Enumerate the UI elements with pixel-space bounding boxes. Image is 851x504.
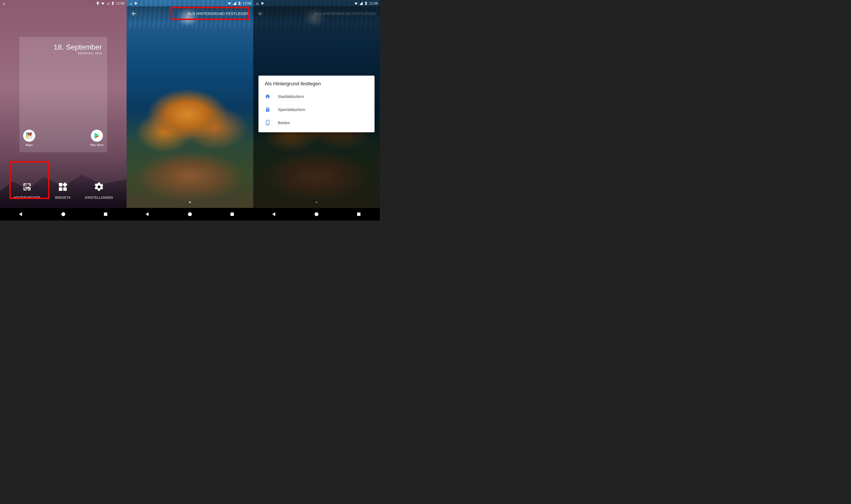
nav-recent[interactable] bbox=[103, 211, 108, 217]
navigation-bar bbox=[253, 208, 380, 220]
svg-point-9 bbox=[61, 212, 66, 216]
nav-home[interactable] bbox=[314, 211, 319, 217]
svg-rect-5 bbox=[59, 183, 62, 186]
app-maps-label: Maps bbox=[26, 143, 33, 146]
option-settings-label: EINSTELLUNGEN bbox=[85, 196, 113, 199]
screen-wallpaper-preview: 11:56 ALS HINTERGRUND FESTLEGEN bbox=[127, 0, 253, 220]
nav-home[interactable] bbox=[187, 211, 193, 217]
download-icon bbox=[129, 1, 132, 5]
svg-rect-8 bbox=[63, 182, 68, 187]
appbar-set-wallpaper-button[interactable]: ALS HINTERGRUND FESTLEGEN bbox=[188, 12, 249, 16]
wallpapers-icon bbox=[21, 181, 33, 193]
nav-back[interactable] bbox=[271, 211, 277, 217]
svg-rect-12 bbox=[230, 213, 234, 216]
status-bar: 11:56 bbox=[127, 0, 253, 6]
battery-charging-icon bbox=[364, 1, 368, 5]
svg-rect-7 bbox=[63, 187, 67, 191]
option-widgets-label: WIDGETS bbox=[55, 196, 71, 199]
svg-point-15 bbox=[315, 212, 319, 216]
expand-up-button[interactable] bbox=[187, 199, 193, 205]
back-button[interactable] bbox=[258, 11, 264, 17]
set-wallpaper-dialog: Als Hintergrund festlegen Startbildschir… bbox=[259, 76, 375, 132]
download-icon bbox=[255, 1, 259, 5]
svg-text:G: G bbox=[26, 133, 28, 135]
navigation-bar bbox=[127, 208, 253, 220]
nav-recent[interactable] bbox=[229, 211, 235, 217]
location-icon bbox=[96, 1, 100, 5]
wallpaper-reef bbox=[127, 0, 253, 220]
widget-subdate: DIENSTAG, 2018 bbox=[25, 52, 102, 55]
dialog-option-both-label: Beides bbox=[278, 121, 290, 125]
app-bar: ALS HINTERGRUND FESTLEGEN bbox=[127, 6, 253, 21]
status-bar: 11:50 bbox=[0, 0, 127, 6]
nav-recent[interactable] bbox=[356, 211, 362, 217]
wifi-icon bbox=[228, 1, 231, 5]
dialog-option-home-label: Startbildschirm bbox=[278, 94, 304, 99]
home-icon bbox=[265, 93, 270, 99]
expand-up-button[interactable] bbox=[313, 199, 320, 205]
signal-icon bbox=[359, 1, 363, 5]
nav-home[interactable] bbox=[60, 211, 66, 217]
screen-home-launcher: 11:50 18. September DIENSTAG, 2018 bbox=[0, 0, 127, 220]
battery-charging-icon bbox=[237, 1, 242, 5]
dialog-option-lock-label: Sperrbildschirm bbox=[278, 107, 305, 112]
wifi-icon bbox=[354, 1, 358, 5]
option-settings[interactable]: EINSTELLUNGEN bbox=[85, 181, 113, 199]
launcher-options-row: HINTERGRÜNDE WIDGETS EINSTELLUNGEN bbox=[0, 181, 127, 199]
download-icon bbox=[2, 1, 6, 5]
status-time: 11:56 bbox=[243, 1, 251, 5]
signal-icon bbox=[106, 1, 110, 5]
signal-icon bbox=[232, 1, 236, 5]
lock-icon bbox=[265, 107, 270, 112]
option-wallpapers-label: HINTERGRÜNDE bbox=[14, 196, 41, 199]
svg-point-11 bbox=[188, 212, 192, 216]
status-time: 11:50 bbox=[116, 1, 124, 5]
dialog-title: Als Hintergrund festlegen bbox=[259, 81, 375, 90]
navigation-bar bbox=[0, 208, 127, 220]
app-maps[interactable]: G Maps bbox=[23, 130, 35, 146]
svg-rect-16 bbox=[357, 213, 360, 216]
widgets-icon bbox=[56, 181, 69, 193]
status-bar: 11:56 bbox=[253, 0, 380, 6]
playstore-notif-icon bbox=[134, 1, 138, 5]
playstore-icon bbox=[91, 130, 103, 142]
settings-icon bbox=[93, 181, 105, 193]
widget-date: 18. September bbox=[25, 43, 102, 51]
back-button[interactable] bbox=[131, 11, 137, 17]
appbar-set-wallpaper-button: ALS HINTERGRUND FESTLEGEN bbox=[314, 12, 376, 16]
app-playstore-label: Play Store bbox=[90, 143, 104, 146]
phone-icon bbox=[265, 120, 270, 125]
battery-charging-icon bbox=[111, 1, 115, 5]
playstore-notif-icon bbox=[261, 1, 265, 5]
app-playstore[interactable]: Play Store bbox=[90, 130, 104, 146]
svg-rect-10 bbox=[104, 213, 107, 216]
nav-back[interactable] bbox=[18, 211, 24, 217]
svg-point-4 bbox=[25, 185, 26, 186]
option-wallpapers[interactable]: HINTERGRÜNDE bbox=[14, 181, 41, 199]
screen-wallpaper-dialog: 11:56 ALS HINTERGRUND FESTLEGEN Als Hint… bbox=[253, 0, 380, 220]
app-bar: ALS HINTERGRUND FESTLEGEN bbox=[253, 6, 380, 21]
dialog-option-lock[interactable]: Sperrbildschirm bbox=[259, 103, 375, 116]
svg-rect-6 bbox=[59, 187, 62, 191]
dialog-option-home[interactable]: Startbildschirm bbox=[259, 90, 375, 103]
home-widget-card[interactable]: 18. September DIENSTAG, 2018 G bbox=[19, 37, 107, 152]
nav-back[interactable] bbox=[145, 211, 150, 217]
svg-point-1 bbox=[30, 133, 31, 134]
dialog-option-both[interactable]: Beides bbox=[259, 116, 375, 129]
option-widgets[interactable]: WIDGETS bbox=[55, 181, 71, 199]
maps-icon: G bbox=[23, 130, 35, 142]
wifi-icon bbox=[101, 1, 105, 5]
status-time: 11:56 bbox=[369, 1, 378, 5]
